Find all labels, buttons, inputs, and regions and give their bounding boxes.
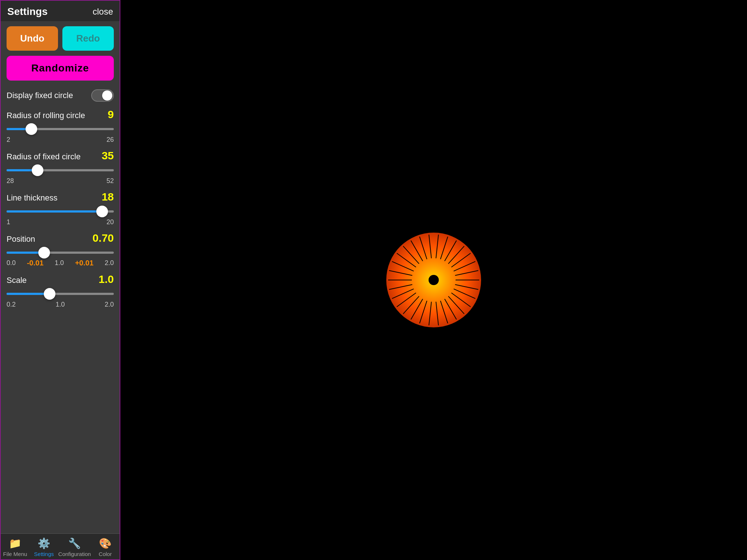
position-range-row: 0.0 -0.01 1.0 +0.01 2.0	[7, 259, 114, 267]
nav-label-configuration: Configuration	[58, 551, 91, 557]
line-thickness-value: 18	[102, 191, 114, 203]
fixed-circle-slider-control: Radius of fixed circle 35 28 52	[7, 149, 114, 185]
fixed-circle-header: Radius of fixed circle 35	[7, 149, 114, 162]
rolling-circle-track	[7, 128, 114, 130]
spirograph-canvas	[142, 0, 725, 560]
rolling-circle-value: 9	[108, 108, 114, 121]
fixed-circle-range: 28 52	[7, 177, 114, 185]
display-fixed-circle-label: Display fixed circle	[7, 91, 73, 100]
scale-fill	[7, 293, 50, 295]
file-menu-icon: 📁	[9, 537, 22, 549]
position-min: 0.0	[7, 259, 16, 267]
scale-min: 0.2	[7, 301, 16, 308]
position-mid: 1.0	[55, 259, 64, 267]
nav-label-settings: Settings	[34, 551, 54, 557]
position-thumb[interactable]	[38, 247, 50, 258]
line-thickness-label: Line thickness	[7, 193, 57, 203]
rolling-circle-thumb[interactable]	[26, 123, 37, 135]
line-thickness-min: 1	[7, 218, 10, 226]
fixed-circle-min: 28	[7, 177, 14, 185]
settings-icon: ⚙️	[38, 537, 50, 549]
rolling-circle-max: 26	[107, 136, 114, 144]
configuration-icon: 🔧	[68, 537, 81, 549]
scale-mid: 1.0	[55, 301, 65, 308]
fixed-circle-value: 35	[102, 149, 114, 162]
panel-title: Settings	[7, 6, 47, 18]
position-increment-button[interactable]: +0.01	[75, 259, 94, 267]
scale-thumb[interactable]	[44, 288, 55, 300]
scale-slider-control: Scale 1.0 0.2 1.0 2.0	[7, 273, 114, 308]
line-thickness-thumb[interactable]	[96, 206, 108, 217]
toggle-knob	[102, 90, 112, 101]
rolling-circle-range: 2 26	[7, 136, 114, 144]
panel-header: Settings close	[1, 1, 120, 21]
nav-item-color[interactable]: 🎨 Color	[91, 537, 120, 557]
fixed-circle-label: Radius of fixed circle	[7, 152, 81, 162]
undo-button[interactable]: Undo	[7, 26, 58, 51]
scale-header: Scale 1.0	[7, 273, 114, 285]
rolling-circle-track-wrap[interactable]	[7, 124, 114, 135]
position-track-wrap[interactable]	[7, 247, 114, 258]
line-thickness-header: Line thickness 18	[7, 191, 114, 203]
rolling-circle-label: Radius of rolling circle	[7, 111, 85, 120]
undo-redo-row: Undo Redo	[1, 21, 120, 54]
nav-label-color: Color	[99, 551, 112, 557]
color-icon: 🎨	[99, 537, 112, 549]
position-slider-control: Position 0.70 0.0 -0.01 1.0 +0.01 2.0	[7, 232, 114, 267]
randomize-row: Randomize	[1, 54, 120, 86]
line-thickness-fill	[7, 210, 102, 213]
nav-item-file-menu[interactable]: 📁 File Menu	[1, 537, 30, 557]
fixed-circle-track	[7, 169, 114, 171]
position-track	[7, 252, 114, 254]
scale-label: Scale	[7, 276, 27, 285]
randomize-button[interactable]: Randomize	[7, 56, 114, 81]
fixed-circle-track-wrap[interactable]	[7, 165, 114, 176]
line-thickness-slider-control: Line thickness 18 1 20	[7, 191, 114, 226]
nav-label-file-menu: File Menu	[3, 551, 27, 557]
nav-item-configuration[interactable]: 🔧 Configuration	[58, 537, 91, 557]
spirograph-canvas-area	[120, 0, 747, 560]
settings-panel: Settings close Undo Redo Randomize Displ…	[0, 0, 120, 560]
line-thickness-range: 1 20	[7, 218, 114, 226]
controls-area: Display fixed circle Radius of rolling c…	[1, 86, 120, 533]
nav-item-settings[interactable]: ⚙️ Settings	[30, 537, 58, 557]
scale-range: 0.2 1.0 2.0	[7, 301, 114, 308]
scale-value: 1.0	[98, 273, 114, 285]
line-thickness-track	[7, 210, 114, 213]
fixed-circle-thumb[interactable]	[32, 164, 43, 176]
scale-track	[7, 293, 114, 295]
line-thickness-track-wrap[interactable]	[7, 206, 114, 217]
line-thickness-max: 20	[107, 218, 114, 226]
close-button[interactable]: close	[93, 7, 113, 17]
display-fixed-circle-row: Display fixed circle	[7, 89, 114, 102]
fixed-circle-max: 52	[107, 177, 114, 185]
rolling-circle-slider-control: Radius of rolling circle 9 2 26	[7, 108, 114, 144]
bottom-navigation: 📁 File Menu ⚙️ Settings 🔧 Configuration …	[1, 533, 120, 559]
position-max: 2.0	[105, 259, 114, 267]
rolling-circle-header: Radius of rolling circle 9	[7, 108, 114, 121]
position-label: Position	[7, 234, 35, 244]
position-header: Position 0.70	[7, 232, 114, 244]
display-fixed-circle-toggle[interactable]	[91, 89, 114, 102]
scale-track-wrap[interactable]	[7, 288, 114, 299]
rolling-circle-min: 2	[7, 136, 10, 144]
redo-button[interactable]: Redo	[62, 26, 114, 51]
position-decrement-button[interactable]: -0.01	[27, 259, 44, 267]
position-value: 0.70	[93, 232, 114, 244]
scale-max: 2.0	[105, 301, 114, 308]
